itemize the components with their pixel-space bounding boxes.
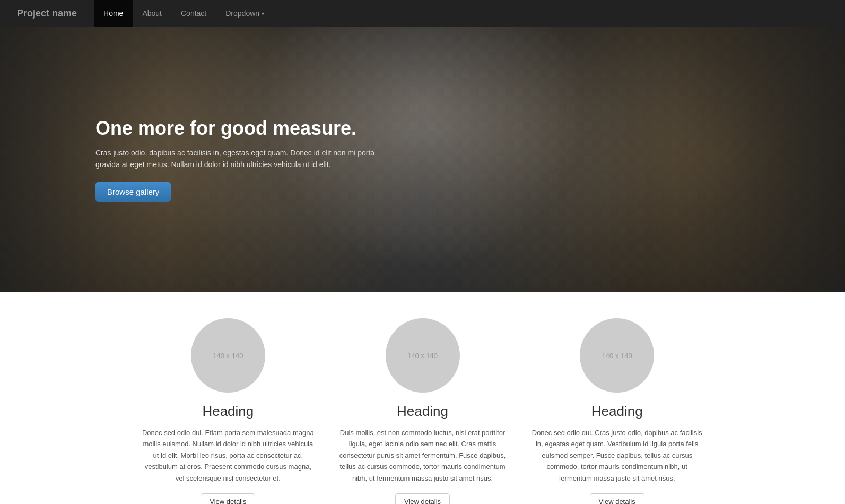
nav-item-dropdown: Dropdown ▾ — [216, 0, 274, 27]
nav-link-about[interactable]: About — [133, 0, 171, 27]
hero-subtitle: Cras justo odio, dapibus ac facilisis in… — [95, 147, 382, 171]
hero-title: One more for good measure. — [95, 117, 382, 140]
card-3-heading: Heading — [530, 403, 704, 420]
card-1-image: 140 x 140 — [191, 318, 265, 393]
navbar-brand[interactable]: Project name — [11, 8, 83, 19]
nav-link-contact[interactable]: Contact — [171, 0, 216, 27]
card-3-image: 140 x 140 — [580, 318, 654, 393]
card-1-text: Donec sed odio dui. Etiam porta sem male… — [142, 427, 315, 484]
nav-link-home[interactable]: Home — [94, 0, 133, 27]
hero-section: One more for good measure. Cras justo od… — [0, 27, 845, 292]
card-2-button[interactable]: View details — [395, 493, 450, 504]
browse-gallery-button[interactable]: Browse gallery — [95, 182, 171, 202]
nav-links: Home About Contact Dropdown ▾ — [94, 0, 274, 27]
cards-section: 140 x 140 Heading Donec sed odio dui. Et… — [131, 292, 715, 504]
navbar: Project name Home About Contact Dropdown… — [0, 0, 845, 27]
nav-item-home: Home — [94, 0, 133, 27]
hero-content: One more for good measure. Cras justo od… — [95, 117, 382, 202]
nav-item-contact: Contact — [171, 0, 216, 27]
card-3-button[interactable]: View details — [590, 493, 644, 504]
card-2-text: Duis mollis, est non commodo luctus, nis… — [336, 427, 509, 484]
nav-item-about: About — [133, 0, 171, 27]
card-2-heading: Heading — [336, 403, 509, 420]
card-2: 140 x 140 Heading Duis mollis, est non c… — [336, 318, 509, 504]
nav-link-dropdown[interactable]: Dropdown ▾ — [216, 0, 274, 27]
card-3-text: Donec sed odio dui. Cras justo odio, dap… — [530, 427, 704, 484]
card-1-heading: Heading — [142, 403, 315, 420]
card-3: 140 x 140 Heading Donec sed odio dui. Cr… — [530, 318, 704, 504]
card-2-image: 140 x 140 — [386, 318, 460, 393]
chevron-down-icon: ▾ — [262, 11, 264, 16]
card-1: 140 x 140 Heading Donec sed odio dui. Et… — [142, 318, 315, 504]
card-1-button[interactable]: View details — [201, 493, 255, 504]
